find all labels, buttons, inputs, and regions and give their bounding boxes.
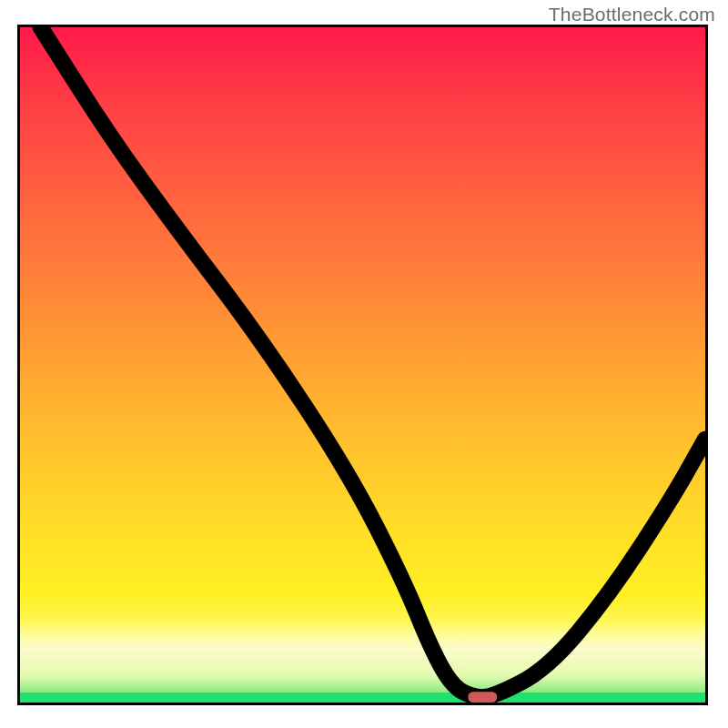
curve-path <box>41 27 705 697</box>
plot-area <box>17 25 708 705</box>
watermark-label: TheBottleneck.com <box>549 4 715 25</box>
optimal-marker <box>468 692 497 703</box>
bottleneck-curve <box>20 27 705 703</box>
chart-frame: TheBottleneck.com <box>0 0 728 728</box>
